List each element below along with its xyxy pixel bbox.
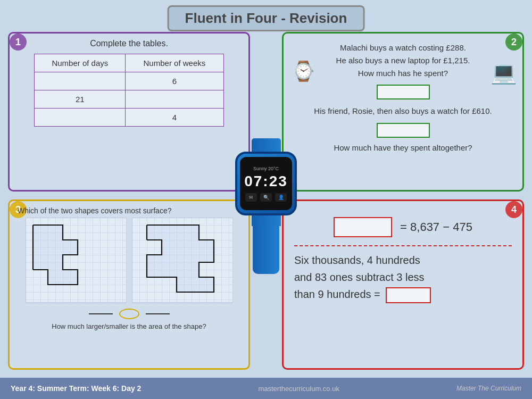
cell-1-1[interactable]: [35, 72, 126, 90]
footer-website: masterthecurriculum.co.uk: [258, 385, 339, 393]
q1-instruction: Complete the tables.: [18, 39, 240, 48]
laptop-icon: 💻: [491, 60, 517, 85]
q3-instruction-text: Which of the two shapes covers most surf…: [18, 206, 240, 215]
watch-band-bottom: [253, 226, 279, 274]
watch-icon-search: 🔍: [260, 193, 272, 202]
days-weeks-table: Number of days Number of weeks 6 21 4: [34, 54, 223, 127]
watch-icon-mail: ✉: [245, 193, 257, 202]
watch-time: 07:23: [244, 173, 288, 190]
q4-equation-row: = 8,637 − 475: [294, 217, 512, 237]
watch-band-middle: [252, 215, 281, 226]
q2-line4: His friend, Rosie, then also buys a watc…: [292, 105, 514, 118]
footer-brand: Master The Curriculum: [456, 385, 521, 392]
col2-header: Number of weeks: [126, 54, 223, 72]
q4-word-problem: Six thousands, 4 hundreds and 83 ones su…: [294, 252, 512, 303]
footer-term-info: Year 4: Summer Term: Week 6: Day 2: [11, 384, 141, 393]
question-1-box: Complete the tables. Number of days Numb…: [8, 32, 250, 192]
watch-screen: Sunny 20°C 07:23 ✉ 🔍 👤: [240, 157, 292, 210]
question-2-box: ⌚ 💻 Malachi buys a watch costing £288. H…: [282, 32, 524, 192]
cell-2-1: 21: [35, 90, 126, 109]
table-row: 6: [35, 72, 223, 90]
grid-shape-right: [132, 218, 233, 305]
cell-3-2: 4: [126, 109, 223, 127]
watch-icon-user: 👤: [275, 193, 287, 202]
cell-1-2: 6: [126, 72, 223, 90]
q4-wp-line2: and 83 ones subtract 3 less: [294, 271, 425, 283]
q2-line3: How much has he spent?: [318, 67, 488, 80]
q4-eq-text: = 8,637 − 475: [400, 220, 472, 234]
col1-header: Number of days: [35, 54, 126, 72]
q4-wp-line1: Six thousands, 4 hundreds: [294, 254, 420, 266]
q4-input-2[interactable]: [386, 287, 431, 303]
q3-compare-symbols: [18, 309, 240, 319]
table-row: 21: [35, 90, 223, 109]
q4-wp-line3: than 9 hundreds =: [294, 288, 380, 300]
q3-footer-text: How much larger/smaller is the area of t…: [18, 322, 240, 330]
oval-symbol: [119, 309, 139, 319]
page-title: Fluent in Four - Revision: [168, 5, 365, 31]
q2-text-block: Malachi buys a watch costing £288. He al…: [292, 41, 514, 80]
watch-face: Sunny 20°C 07:23 ✉ 🔍 👤: [235, 152, 297, 215]
q2-line5: How much have they spent altogether?: [292, 143, 514, 152]
line-right: [146, 313, 170, 314]
cell-2-2[interactable]: [126, 90, 223, 109]
q4-dashed-sep: [294, 245, 512, 246]
watch-small-icon: ⌚: [292, 60, 315, 82]
table-row: 4: [35, 109, 223, 127]
q2-answer-1[interactable]: [377, 85, 430, 99]
q2-answer-2[interactable]: [377, 123, 430, 138]
q2-line2: He also buys a new laptop for £1,215.: [318, 54, 488, 67]
footer: Year 4: Summer Term: Week 6: Day 2 maste…: [0, 378, 532, 399]
question-4-wrapper: = 8,637 − 475 Six thousands, 4 hundreds …: [282, 200, 524, 370]
shapes-area: [18, 218, 240, 305]
watch-bottom-icons: ✉ 🔍 👤: [245, 193, 287, 202]
q2-line1: Malachi buys a watch costing £288.: [318, 41, 488, 54]
watch-band-top: [252, 138, 281, 152]
question-3-wrapper: Which of the two shapes covers most surf…: [8, 200, 250, 370]
watch-status: Sunny 20°C: [253, 166, 279, 171]
grid-shape-left: [26, 218, 127, 305]
cell-3-1[interactable]: [35, 109, 126, 127]
watch-decoration: Sunny 20°C 07:23 ✉ 🔍 👤: [235, 138, 297, 274]
line-left: [89, 313, 113, 314]
q4-input-1[interactable]: [334, 217, 392, 237]
